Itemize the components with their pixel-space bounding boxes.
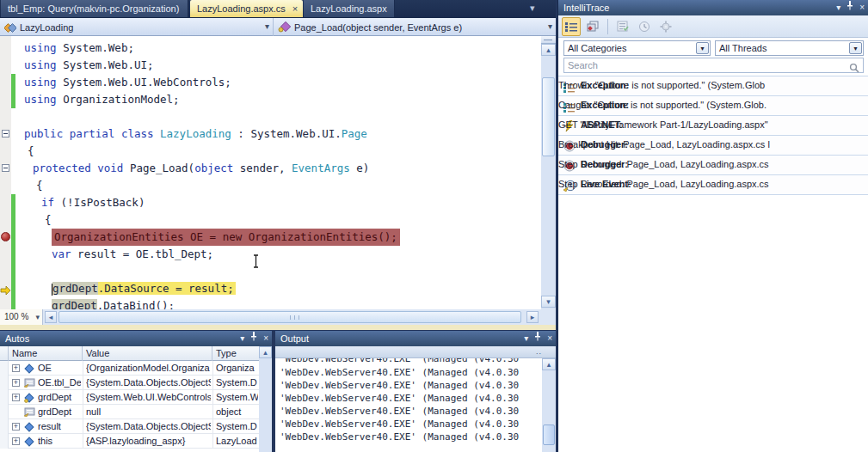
editor-indicator-margin[interactable] [0,36,11,309]
class-selector-combo[interactable]: LazyLoading ▾ [0,18,274,36]
expand-icon[interactable]: + [12,364,20,372]
code-fold-icon[interactable] [2,130,9,137]
expand-icon[interactable]: + [12,379,20,387]
column-header-type[interactable]: Type [212,346,259,361]
code-line-1[interactable]: using System.Web; [24,40,134,57]
column-header-name[interactable]: Name [9,346,83,361]
code-line-9[interactable]: { [36,177,43,194]
document-tab-3[interactable]: LazyLoading.aspx [304,0,395,17]
output-vertical-scrollbar[interactable]: ▴ [542,358,556,452]
threads-filter-combo[interactable]: All Threads ▾ [715,40,864,56]
editor-vscroll-thumb[interactable] [542,77,555,156]
editor-splitter-handle[interactable] [541,36,556,44]
autos-row[interactable]: + this {ASP.lazyloading_aspx} LazyLoad [0,434,259,449]
editor-vertical-scrollbar[interactable]: ▴ ▾ [541,36,556,309]
document-tab-1[interactable]: tbl_Emp: Query(makvin-pc.Organization) [1,0,188,17]
scroll-up-button[interactable]: ▴ [542,358,556,370]
scroll-right-button[interactable]: ▸ [526,311,539,323]
intellitrace-event-row[interactable]: Debugger: Step Recorded: Page_Load, Lazy… [558,156,868,175]
method-icon [278,21,291,33]
code-line-4[interactable]: using OrganizationModel; [24,91,180,108]
code-line-11[interactable]: { [45,211,52,229]
code-line-6[interactable]: public partial class LazyLoading : Syste… [24,125,367,143]
tab-close-icon[interactable]: × [292,3,298,14]
output-title: Output [280,333,309,344]
code-line-13[interactable]: var result = OE.tbl_Dept; [52,246,213,263]
pin-icon[interactable] [250,331,257,346]
code-line-8[interactable]: protected void Page_Load(object sender, … [33,160,369,177]
scroll-up-button[interactable]: ▴ [259,346,272,358]
window-menu-icon[interactable]: ▾ [836,0,840,15]
output-vscroll-thumb[interactable] [543,425,555,445]
scroll-up-button[interactable]: ▴ [541,44,556,56]
intellitrace-event-row[interactable]: Debugger: Breakpoint Hit: Page_Load, Laz… [558,136,868,156]
autos-row[interactable]: grdDept null object [0,405,259,419]
autos-row[interactable]: + OE {OrganizationModel.Organiza Organiz… [0,361,259,376]
method-selector-value: Page_Load(object sender, EventArgs e) [294,22,462,33]
change-tracking-bar [11,263,15,280]
variable-value: {System.Data.Objects.ObjectS [86,420,211,433]
dropdown-button[interactable]: ▾ [849,42,862,54]
settings-gear-button[interactable] [656,17,675,36]
scroll-down-button[interactable]: ▾ [541,296,556,308]
expand-icon[interactable]: + [12,423,20,431]
output-log-line: 'WebDev.WebServer40.EXE' (Managed (v4.0.… [275,358,542,365]
zoom-dropdown-icon[interactable]: ▾ [35,310,40,325]
code-line-10[interactable]: if (!IsPostBack) [41,194,145,211]
scroll-left-button[interactable]: ◂ [45,311,57,323]
autos-vertical-scrollbar[interactable]: ▴ [259,346,272,452]
pin-icon[interactable] [534,331,541,346]
search-input[interactable] [568,59,843,71]
editor-hscroll-thumb[interactable] [58,311,521,323]
change-tracking-bar [11,194,15,211]
code-line-7[interactable]: { [28,143,34,160]
output-log-line: 'WebDev.WebServer40.EXE' (Managed (v4.0.… [275,418,542,431]
intellitrace-event-row[interactable]: Exception: Caught: "Culture is not suppo… [558,96,868,116]
timeline-button[interactable] [635,17,654,36]
code-editor[interactable]: using System.Web;using System.Web.UI;usi… [0,36,556,309]
intellitrace-event-row[interactable]: Live Event: Step Recorded: Page_Load, La… [558,175,868,195]
close-icon[interactable]: × [859,0,865,15]
change-tracking-bar [11,229,15,246]
breakpoint-icon[interactable] [1,232,10,241]
tab-overflow-icon[interactable]: ▾ [530,3,535,14]
code-line-2[interactable]: using System.Web.UI; [24,57,154,74]
output-log-line: 'WebDev.WebServer40.EXE' (Managed (v4.0.… [275,405,542,418]
mouse-ibeam-cursor [251,254,261,272]
window-menu-icon[interactable]: ▾ [240,331,244,346]
variable-name: this [38,435,81,448]
document-tab-2[interactable]: LazyLoading.aspx.cs × [190,0,303,17]
events-view-button[interactable] [562,17,581,36]
autos-row[interactable]: + result {System.Data.Objects.ObjectS Sy… [0,419,259,434]
intellitrace-event-row[interactable]: Exception: Thrown: "Culture is not suppo… [558,76,868,96]
class-selector-dropdown-icon[interactable]: ▾ [265,21,269,31]
autos-row[interactable]: + grdDept {System.Web.UI.WebControls Sys… [0,390,259,405]
dropdown-button[interactable]: ▾ [696,42,709,54]
editor-bottom-strip [0,325,556,330]
search-icon[interactable] [849,61,859,76]
intellitrace-event-row[interactable]: ASP.NET: GET "/EntityFramework Part-1/La… [558,116,868,136]
code-line-15[interactable]: grdDept.DataSource = result; [52,280,236,297]
close-icon[interactable]: × [547,331,552,346]
method-selector-dropdown-icon[interactable]: ▾ [548,21,552,31]
window-menu-icon[interactable]: ▾ [524,331,528,346]
expand-icon[interactable]: + [12,437,20,445]
categories-filter-combo[interactable]: All Categories ▾ [563,40,711,56]
pin-icon[interactable] [846,0,853,15]
editor-zoom-control[interactable]: 100 % ▾ [0,309,43,325]
calls-view-button[interactable] [583,17,602,36]
variable-value: {ASP.lazyloading_aspx} [86,435,211,448]
code-line-3[interactable]: using System.Web.UI.WebControls; [24,74,231,91]
code-fold-icon[interactable] [2,164,9,172]
code-line-16[interactable]: grdDept.DataBind(); [52,297,175,309]
output-log[interactable]: 'WebDev.WebServer40.EXE' (Managed (v4.0.… [275,358,542,452]
autos-row[interactable]: + OE.tbl_Dept {System.Data.Objects.Objec… [0,376,259,390]
toolbar-overflow-icon[interactable]: .. [536,346,542,357]
code-line-12[interactable]: OrganizationEntities OE = new Organizati… [52,229,400,246]
field-icon [24,422,34,434]
close-icon[interactable]: × [263,331,268,346]
saved-log-button[interactable] [613,17,632,36]
method-selector-combo[interactable]: Page_Load(object sender, EventArgs e) ▾ [274,18,556,36]
expand-icon[interactable]: + [12,394,20,401]
column-header-value[interactable]: Value [83,346,212,361]
